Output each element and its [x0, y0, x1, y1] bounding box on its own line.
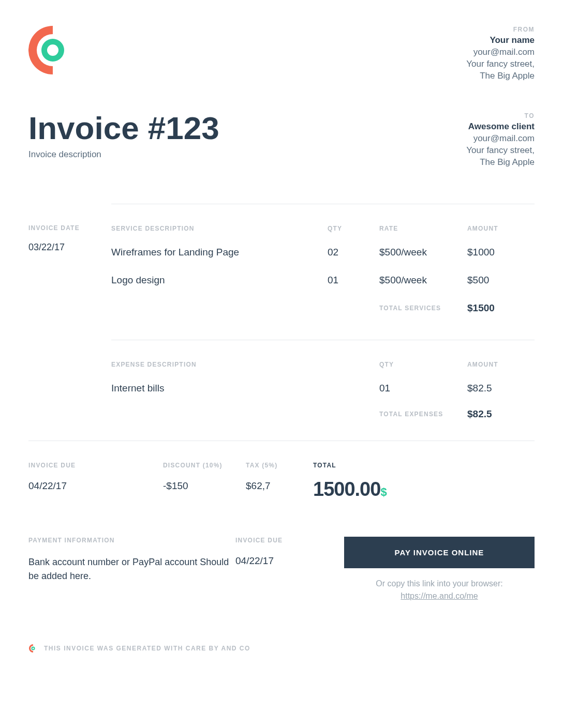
invoice-date-label: INVOICE DATE	[28, 224, 96, 232]
due-date: 04/22/17	[28, 480, 163, 492]
tax-column: TAX (5%) $62,7	[246, 462, 313, 501]
service-row: Wireframes for Landing Page 02 $500/week…	[111, 247, 535, 258]
service-qty: 02	[328, 247, 379, 258]
footer: THIS INVOICE WAS GENERATED WITH CARE BY …	[28, 644, 535, 653]
total-value: 1500.00	[313, 478, 380, 500]
services-total-label: TOTAL SERVICES	[379, 305, 467, 312]
th-service-desc: SERVICE DESCRIPTION	[111, 225, 328, 232]
th-qty: QTY	[328, 225, 379, 232]
service-desc: Logo design	[111, 275, 328, 286]
from-block: FROM Your name your@mail.com Your fancy …	[466, 26, 535, 81]
total-column: TOTAL 1500.00$	[313, 462, 535, 501]
payment-due-column: INVOICE DUE 04/22/17	[235, 537, 344, 602]
payment-info-text: Bank account number or PayPal account Sh…	[28, 555, 235, 583]
discount-column: DISCOUNT (10%) -$150	[163, 462, 246, 501]
svg-point-3	[33, 648, 34, 649]
copy-link-text: Or copy this link into your browser: htt…	[344, 578, 535, 602]
to-block: TO Awesome client your@mail.com Your fan…	[466, 112, 535, 168]
right-column: SERVICE DESCRIPTION QTY RATE AMOUNT Wire…	[111, 204, 535, 501]
th-amount: AMOUNT	[467, 225, 535, 232]
title-row: Invoice #123 Invoice description TO Awes…	[28, 112, 535, 168]
tax-label: TAX (5%)	[246, 462, 313, 469]
total-amount: 1500.00$	[313, 478, 535, 501]
expense-row: Internet bills 01 $82.5	[111, 383, 535, 394]
content-area: INVOICE DATE 03/22/17 SERVICE DESCRIPTIO…	[28, 204, 535, 501]
expenses-total: $82.5	[467, 408, 535, 420]
from-name: Your name	[466, 35, 535, 46]
service-amount: $1000	[467, 247, 535, 258]
th-expense-amount: AMOUNT	[467, 361, 535, 368]
copy-link[interactable]: https://me.and.co/me	[401, 592, 478, 600]
th-expense-desc: EXPENSE DESCRIPTION	[111, 361, 379, 368]
th-expense-qty: QTY	[379, 361, 467, 368]
expense-qty: 01	[379, 383, 467, 394]
services-header: SERVICE DESCRIPTION QTY RATE AMOUNT	[111, 225, 535, 232]
invoice-date: 03/22/17	[28, 242, 96, 253]
expense-amount: $82.5	[467, 383, 535, 394]
footer-logo-icon	[28, 644, 38, 653]
footer-text: THIS INVOICE WAS GENERATED WITH CARE BY …	[44, 645, 250, 652]
from-street: Your fancy street,	[466, 59, 535, 69]
services-subtotal: TOTAL SERVICES $1500	[111, 302, 535, 314]
due-label: INVOICE DUE	[28, 462, 163, 469]
expenses-header: EXPENSE DESCRIPTION QTY AMOUNT	[111, 361, 535, 368]
expenses-total-label: TOTAL EXPENSES	[379, 411, 467, 418]
service-row: Logo design 01 $500/week $500	[111, 275, 535, 286]
invoice-heading: Invoice #123 Invoice description	[28, 112, 219, 160]
header: FROM Your name your@mail.com Your fancy …	[28, 26, 535, 81]
from-email: your@mail.com	[466, 47, 535, 57]
to-city: The Big Apple	[466, 157, 535, 168]
tax-value: $62,7	[246, 480, 313, 492]
to-label: TO	[466, 112, 535, 119]
to-street: Your fancy street,	[466, 145, 535, 156]
logo-icon	[28, 26, 78, 80]
expenses-section: EXPENSE DESCRIPTION QTY AMOUNT Internet …	[111, 340, 535, 420]
expense-desc: Internet bills	[111, 383, 379, 394]
payment-info-label: PAYMENT INFORMATION	[28, 537, 235, 544]
invoice-title: Invoice #123	[28, 112, 219, 144]
to-email: your@mail.com	[466, 133, 535, 144]
copy-prefix: Or copy this link into your browser:	[376, 579, 502, 588]
service-qty: 01	[328, 275, 379, 286]
expenses-subtotal: TOTAL EXPENSES $82.5	[111, 408, 535, 420]
service-desc: Wireframes for Landing Page	[111, 247, 328, 258]
invoice-description: Invoice description	[28, 149, 219, 160]
currency-symbol: $	[380, 486, 387, 498]
from-city: The Big Apple	[466, 71, 535, 81]
from-label: FROM	[466, 26, 535, 33]
payment-due-date: 04/22/17	[235, 555, 344, 567]
svg-point-1	[47, 44, 58, 56]
due-column: INVOICE DUE 04/22/17	[28, 462, 163, 501]
total-label: TOTAL	[313, 462, 535, 469]
discount-value: -$150	[163, 480, 246, 492]
payment-info-column: PAYMENT INFORMATION Bank account number …	[28, 537, 235, 602]
services-total: $1500	[467, 302, 535, 314]
service-amount: $500	[467, 275, 535, 286]
service-rate: $500/week	[379, 247, 467, 258]
payment-due-label: INVOICE DUE	[235, 537, 344, 544]
discount-label: DISCOUNT (10%)	[163, 462, 246, 469]
totals-section: INVOICE DUE 04/22/17 DISCOUNT (10%) -$15…	[28, 441, 535, 501]
th-rate: RATE	[379, 225, 467, 232]
to-name: Awesome client	[466, 122, 535, 132]
payment-section: PAYMENT INFORMATION Bank account number …	[28, 537, 535, 602]
pay-button[interactable]: PAY INVOICE ONLINE	[344, 537, 535, 568]
payment-action-column: PAY INVOICE ONLINE Or copy this link int…	[344, 537, 535, 602]
service-rate: $500/week	[379, 275, 467, 286]
